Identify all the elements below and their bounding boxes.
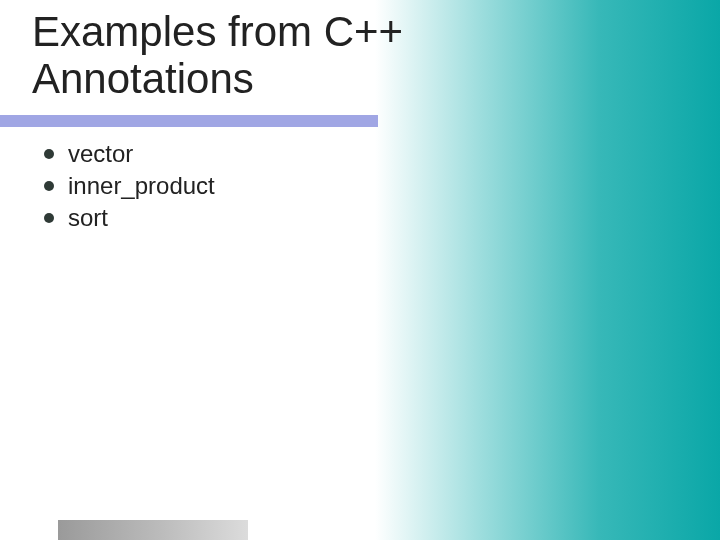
list-item: inner_product — [44, 172, 215, 200]
bullet-text: vector — [68, 140, 133, 168]
title-underline — [0, 115, 378, 127]
bullet-list: vector inner_product sort — [44, 140, 215, 236]
bullet-text: sort — [68, 204, 108, 232]
slide: Examples from C++ Annotations vector inn… — [0, 0, 720, 540]
decorative-footer-bar — [58, 520, 248, 540]
list-item: sort — [44, 204, 215, 232]
bullet-text: inner_product — [68, 172, 215, 200]
bullet-icon — [44, 149, 54, 159]
list-item: vector — [44, 140, 215, 168]
bullet-icon — [44, 213, 54, 223]
slide-title: Examples from C++ Annotations — [32, 8, 520, 102]
bullet-icon — [44, 181, 54, 191]
